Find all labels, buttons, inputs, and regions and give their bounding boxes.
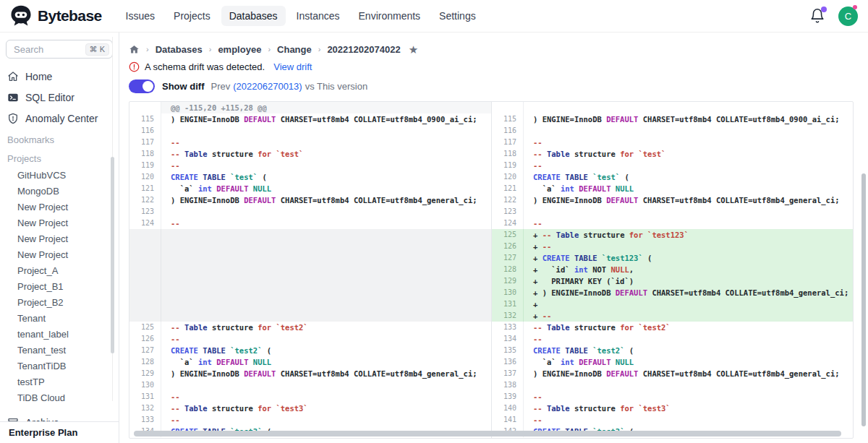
line-number: 121 bbox=[492, 183, 524, 194]
show-diff-label: Show diff bbox=[162, 81, 205, 92]
project-item[interactable]: tenant_label bbox=[0, 327, 119, 343]
project-item[interactable]: TiDB Cloud bbox=[0, 390, 119, 406]
diff-code-row: 126-- bbox=[129, 333, 491, 345]
code-line: ) ENGINE=InnoDB DEFAULT CHARSET=utf8mb4 … bbox=[161, 113, 491, 125]
diff-added-row: 130+ ) ENGINE=InnoDB DEFAULT CHARSET=utf… bbox=[492, 287, 853, 298]
alert-circle-icon bbox=[129, 61, 140, 72]
breadcrumb: ›Databases›employee›Change›2022120207402… bbox=[129, 43, 868, 56]
nav-item-issues[interactable]: Issues bbox=[118, 6, 163, 26]
code-line: + bbox=[524, 298, 853, 310]
code-line bbox=[161, 298, 491, 310]
project-item[interactable]: Project_B1 bbox=[0, 279, 119, 295]
alert-text: A schema drift was detected. bbox=[145, 61, 265, 72]
project-item[interactable]: Tenant bbox=[0, 311, 119, 327]
nav-item-databases[interactable]: Databases bbox=[221, 6, 286, 26]
sidebar-scroll-thumb[interactable] bbox=[111, 157, 114, 353]
line-number: 123 bbox=[129, 206, 161, 218]
diff-code-row: 133-- Table structure for `test2` bbox=[492, 322, 853, 333]
line-number: 138 bbox=[492, 379, 524, 391]
diff-code-row: 123 bbox=[492, 206, 853, 218]
diff-filler-row bbox=[129, 229, 491, 241]
line-number: 130 bbox=[129, 379, 161, 391]
diff-filler-row bbox=[129, 287, 491, 298]
line-number: 116 bbox=[129, 125, 161, 137]
code-line: `a` int DEFAULT NULL bbox=[524, 356, 853, 368]
project-item[interactable]: testTP bbox=[0, 374, 119, 390]
diff-code-row: 128 `a` int DEFAULT NULL bbox=[129, 356, 491, 368]
diff-added-row: 132+ -- bbox=[492, 310, 853, 322]
sidebar-item-sql-editor[interactable]: SQL Editor bbox=[0, 87, 119, 108]
code-line bbox=[161, 252, 491, 264]
avatar[interactable]: C bbox=[838, 7, 858, 26]
project-item[interactable]: GitHubVCS bbox=[0, 168, 119, 184]
project-item[interactable]: Tenant_test bbox=[0, 343, 119, 358]
prev-version-link[interactable]: (202206270013) bbox=[233, 81, 302, 92]
code-line: -- bbox=[524, 333, 853, 345]
code-line: CREATE TABLE `test` ( bbox=[161, 171, 491, 183]
line-number: 117 bbox=[129, 137, 161, 148]
page-vertical-scrollbar-thumb[interactable] bbox=[861, 173, 866, 426]
nav-item-instances[interactable]: Instances bbox=[289, 6, 348, 26]
code-line: + PRIMARY KEY (`id`) bbox=[524, 275, 853, 287]
line-number: 140 bbox=[492, 403, 524, 414]
diff-added-row: 125+ -- Table structure for `test123` bbox=[492, 229, 853, 241]
project-item[interactable]: New Project bbox=[0, 247, 119, 263]
project-item[interactable]: Project_A bbox=[0, 263, 119, 279]
project-item[interactable]: Project_B2 bbox=[0, 295, 119, 311]
project-item[interactable]: New Project bbox=[0, 215, 119, 231]
project-item[interactable]: TenantTiDB bbox=[0, 358, 119, 374]
sidebar-item-home[interactable]: Home bbox=[0, 66, 119, 87]
project-item[interactable]: MongoDB bbox=[0, 184, 119, 199]
code-line: `a` int DEFAULT NULL bbox=[161, 356, 491, 368]
breadcrumb-item[interactable]: Change bbox=[277, 44, 312, 55]
nav-item-projects[interactable]: Projects bbox=[166, 6, 218, 26]
line-number: 126 bbox=[129, 333, 161, 345]
breadcrumb-item[interactable]: employee bbox=[218, 44, 261, 55]
line-number: 122 bbox=[492, 194, 524, 206]
diff-code-row: 131-- bbox=[129, 391, 491, 403]
nav-item-settings[interactable]: Settings bbox=[431, 6, 484, 26]
breadcrumb-separator: › bbox=[146, 45, 149, 53]
breadcrumb-item[interactable]: 20221202074022 bbox=[327, 44, 400, 55]
line-number: 136 bbox=[492, 356, 524, 368]
project-item[interactable]: New Project bbox=[0, 199, 119, 215]
search-input[interactable] bbox=[12, 43, 69, 56]
line-number: 129 bbox=[129, 368, 161, 379]
diff-code-row: 116 bbox=[492, 125, 853, 137]
line-number: 125 bbox=[492, 229, 524, 241]
diff-controls: Show diff Prev (202206270013) vs This ve… bbox=[129, 79, 868, 93]
main-nav: IssuesProjectsDatabasesInstancesEnvironm… bbox=[118, 6, 484, 26]
line-number: 131 bbox=[492, 298, 524, 310]
notifications-button[interactable] bbox=[809, 8, 825, 24]
line-number: 119 bbox=[492, 160, 524, 171]
bytebase-logo[interactable]: Bytebase bbox=[10, 5, 102, 27]
view-drift-link[interactable]: View drift bbox=[273, 61, 312, 72]
project-item[interactable]: New Project bbox=[0, 231, 119, 247]
code-line bbox=[161, 229, 491, 241]
diff-filler-row bbox=[129, 298, 491, 310]
diff-code-row: 129) ENGINE=InnoDB DEFAULT CHARSET=utf8m… bbox=[129, 368, 491, 379]
vs-this-version-label: vs This version bbox=[305, 81, 367, 92]
show-diff-toggle[interactable] bbox=[129, 79, 155, 93]
diff-code-row: 125-- Table structure for `test2` bbox=[129, 322, 491, 333]
breadcrumb-items: ›Databases›employee›Change›2022120207402… bbox=[146, 44, 401, 55]
breadcrumb-home-icon[interactable] bbox=[129, 44, 140, 55]
bookmark-star-icon[interactable]: ★ bbox=[409, 44, 418, 55]
line-number: 124 bbox=[129, 218, 161, 229]
line-number: 132 bbox=[492, 310, 524, 322]
diff-added-row: 127+ CREATE TABLE `test123` ( bbox=[492, 252, 853, 264]
line-number: 127 bbox=[129, 345, 161, 356]
search-box[interactable]: ⌘ K bbox=[6, 40, 113, 59]
sidebar: ⌘ K Home SQL Editor bbox=[0, 33, 119, 443]
breadcrumb-item[interactable]: Databases bbox=[156, 44, 203, 55]
code-line: ) ENGINE=InnoDB DEFAULT CHARSET=utf8mb4 … bbox=[161, 368, 491, 379]
code-line: CREATE TABLE `test2` ( bbox=[161, 345, 491, 356]
diff-horizontal-scrollbar-thumb[interactable] bbox=[134, 431, 841, 436]
nav-item-environments[interactable]: Environments bbox=[351, 6, 429, 26]
diff-code-row: 124-- bbox=[129, 218, 491, 229]
sidebar-item-anomaly-center[interactable]: Anomaly Center bbox=[0, 108, 119, 129]
top-navbar: Bytebase IssuesProjectsDatabasesInstance… bbox=[0, 0, 868, 33]
line-number: 124 bbox=[492, 218, 524, 229]
line-number: 121 bbox=[129, 183, 161, 194]
code-line: + `id` int NOT NULL, bbox=[524, 264, 853, 275]
